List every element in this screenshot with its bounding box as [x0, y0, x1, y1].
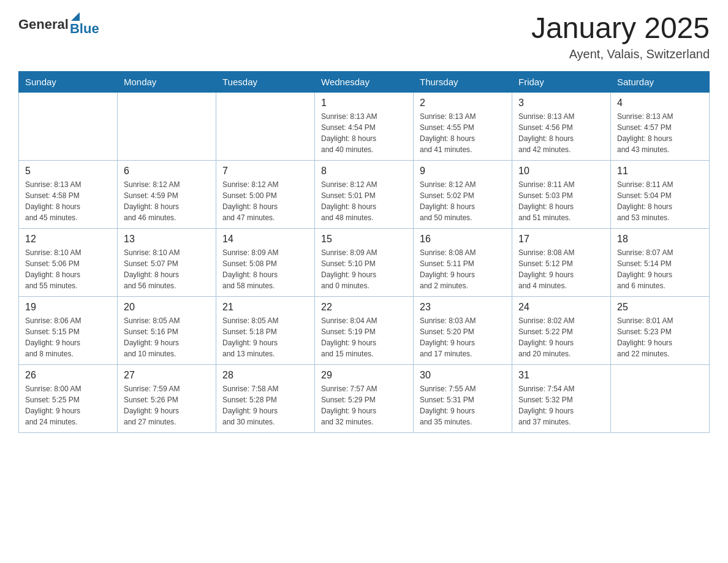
calendar-cell: 24Sunrise: 8:02 AMSunset: 5:22 PMDayligh…: [512, 296, 611, 364]
day-info: Sunrise: 8:01 AMSunset: 5:23 PMDaylight:…: [617, 315, 703, 359]
day-number: 23: [420, 302, 506, 313]
calendar-cell: 18Sunrise: 8:07 AMSunset: 5:14 PMDayligh…: [611, 228, 710, 296]
day-number: 2: [420, 98, 506, 109]
calendar-cell: 30Sunrise: 7:55 AMSunset: 5:31 PMDayligh…: [414, 364, 512, 432]
day-number: 12: [25, 234, 111, 245]
day-number: 30: [420, 370, 506, 381]
calendar-cell: [19, 92, 118, 160]
location: Ayent, Valais, Switzerland: [531, 47, 710, 61]
calendar-cell: 2Sunrise: 8:13 AMSunset: 4:55 PMDaylight…: [414, 92, 512, 160]
day-number: 10: [518, 166, 604, 177]
day-info: Sunrise: 8:04 AMSunset: 5:19 PMDaylight:…: [321, 315, 407, 359]
calendar-cell: 16Sunrise: 8:08 AMSunset: 5:11 PMDayligh…: [414, 228, 512, 296]
header-tuesday: Tuesday: [216, 71, 315, 92]
calendar-cell: 19Sunrise: 8:06 AMSunset: 5:15 PMDayligh…: [19, 296, 118, 364]
week-row: 5Sunrise: 8:13 AMSunset: 4:58 PMDaylight…: [19, 160, 710, 228]
day-number: 16: [420, 234, 506, 245]
calendar-cell: 28Sunrise: 7:58 AMSunset: 5:28 PMDayligh…: [216, 364, 315, 432]
day-number: 29: [321, 370, 407, 381]
day-info: Sunrise: 7:54 AMSunset: 5:32 PMDaylight:…: [518, 383, 604, 427]
day-number: 1: [321, 98, 407, 109]
calendar-cell: 11Sunrise: 8:11 AMSunset: 5:04 PMDayligh…: [611, 160, 710, 228]
day-number: 18: [617, 234, 703, 245]
logo-blue: Blue: [70, 21, 99, 37]
calendar-cell: 14Sunrise: 8:09 AMSunset: 5:08 PMDayligh…: [216, 228, 315, 296]
day-number: 17: [518, 234, 604, 245]
calendar-cell: 4Sunrise: 8:13 AMSunset: 4:57 PMDaylight…: [611, 92, 710, 160]
day-info: Sunrise: 8:12 AMSunset: 5:02 PMDaylight:…: [420, 179, 506, 223]
day-info: Sunrise: 8:10 AMSunset: 5:07 PMDaylight:…: [124, 247, 210, 291]
day-info: Sunrise: 8:11 AMSunset: 5:04 PMDaylight:…: [617, 179, 703, 223]
calendar-cell: 10Sunrise: 8:11 AMSunset: 5:03 PMDayligh…: [512, 160, 611, 228]
calendar-cell: 13Sunrise: 8:10 AMSunset: 5:07 PMDayligh…: [118, 228, 216, 296]
calendar-body: 1Sunrise: 8:13 AMSunset: 4:54 PMDaylight…: [19, 92, 710, 432]
calendar-cell: 23Sunrise: 8:03 AMSunset: 5:20 PMDayligh…: [414, 296, 512, 364]
calendar-cell: 27Sunrise: 7:59 AMSunset: 5:26 PMDayligh…: [118, 364, 216, 432]
day-number: 13: [124, 234, 210, 245]
day-info: Sunrise: 7:58 AMSunset: 5:28 PMDaylight:…: [222, 383, 308, 427]
header-thursday: Thursday: [414, 71, 512, 92]
day-info: Sunrise: 8:12 AMSunset: 4:59 PMDaylight:…: [124, 179, 210, 223]
day-info: Sunrise: 8:13 AMSunset: 4:56 PMDaylight:…: [518, 111, 604, 155]
day-number: 22: [321, 302, 407, 313]
day-info: Sunrise: 7:59 AMSunset: 5:26 PMDaylight:…: [124, 383, 210, 427]
header-monday: Monday: [118, 71, 216, 92]
week-row: 26Sunrise: 8:00 AMSunset: 5:25 PMDayligh…: [19, 364, 710, 432]
day-number: 7: [222, 166, 308, 177]
day-info: Sunrise: 8:09 AMSunset: 5:10 PMDaylight:…: [321, 247, 407, 291]
calendar-cell: [216, 92, 315, 160]
calendar-header: SundayMondayTuesdayWednesdayThursdayFrid…: [19, 71, 710, 92]
calendar-cell: 9Sunrise: 8:12 AMSunset: 5:02 PMDaylight…: [414, 160, 512, 228]
calendar-cell: 22Sunrise: 8:04 AMSunset: 5:19 PMDayligh…: [315, 296, 414, 364]
calendar-cell: 7Sunrise: 8:12 AMSunset: 5:00 PMDaylight…: [216, 160, 315, 228]
header-sunday: Sunday: [19, 71, 118, 92]
header-wednesday: Wednesday: [315, 71, 414, 92]
day-info: Sunrise: 8:02 AMSunset: 5:22 PMDaylight:…: [518, 315, 604, 359]
calendar-cell: 25Sunrise: 8:01 AMSunset: 5:23 PMDayligh…: [611, 296, 710, 364]
day-info: Sunrise: 8:13 AMSunset: 4:55 PMDaylight:…: [420, 111, 506, 155]
calendar-cell: 21Sunrise: 8:05 AMSunset: 5:18 PMDayligh…: [216, 296, 315, 364]
day-number: 15: [321, 234, 407, 245]
day-info: Sunrise: 8:13 AMSunset: 4:57 PMDaylight:…: [617, 111, 703, 155]
calendar-cell: 1Sunrise: 8:13 AMSunset: 4:54 PMDaylight…: [315, 92, 414, 160]
calendar-cell: 31Sunrise: 7:54 AMSunset: 5:32 PMDayligh…: [512, 364, 611, 432]
day-info: Sunrise: 8:06 AMSunset: 5:15 PMDaylight:…: [25, 315, 111, 359]
page-header: General Blue January 2025 Ayent, Valais,…: [18, 12, 710, 61]
calendar-cell: [118, 92, 216, 160]
calendar-cell: 12Sunrise: 8:10 AMSunset: 5:06 PMDayligh…: [19, 228, 118, 296]
day-info: Sunrise: 7:57 AMSunset: 5:29 PMDaylight:…: [321, 383, 407, 427]
day-info: Sunrise: 8:08 AMSunset: 5:11 PMDaylight:…: [420, 247, 506, 291]
day-info: Sunrise: 8:03 AMSunset: 5:20 PMDaylight:…: [420, 315, 506, 359]
day-info: Sunrise: 8:00 AMSunset: 5:25 PMDaylight:…: [25, 383, 111, 427]
week-row: 12Sunrise: 8:10 AMSunset: 5:06 PMDayligh…: [19, 228, 710, 296]
calendar-cell: 17Sunrise: 8:08 AMSunset: 5:12 PMDayligh…: [512, 228, 611, 296]
title-block: January 2025 Ayent, Valais, Switzerland: [531, 12, 710, 61]
day-number: 19: [25, 302, 111, 313]
day-info: Sunrise: 8:11 AMSunset: 5:03 PMDaylight:…: [518, 179, 604, 223]
calendar-cell: 3Sunrise: 8:13 AMSunset: 4:56 PMDaylight…: [512, 92, 611, 160]
logo: General Blue: [18, 12, 99, 37]
calendar-cell: 15Sunrise: 8:09 AMSunset: 5:10 PMDayligh…: [315, 228, 414, 296]
calendar-cell: [611, 364, 710, 432]
day-info: Sunrise: 8:12 AMSunset: 5:01 PMDaylight:…: [321, 179, 407, 223]
header-friday: Friday: [512, 71, 611, 92]
calendar-cell: 8Sunrise: 8:12 AMSunset: 5:01 PMDaylight…: [315, 160, 414, 228]
day-number: 3: [518, 98, 604, 109]
day-info: Sunrise: 8:10 AMSunset: 5:06 PMDaylight:…: [25, 247, 111, 291]
day-number: 28: [222, 370, 308, 381]
day-number: 5: [25, 166, 111, 177]
day-number: 20: [124, 302, 210, 313]
day-info: Sunrise: 8:08 AMSunset: 5:12 PMDaylight:…: [518, 247, 604, 291]
calendar-cell: 29Sunrise: 7:57 AMSunset: 5:29 PMDayligh…: [315, 364, 414, 432]
logo-general: General: [18, 17, 69, 33]
day-number: 21: [222, 302, 308, 313]
day-info: Sunrise: 8:07 AMSunset: 5:14 PMDaylight:…: [617, 247, 703, 291]
day-info: Sunrise: 8:13 AMSunset: 4:58 PMDaylight:…: [25, 179, 111, 223]
week-row: 19Sunrise: 8:06 AMSunset: 5:15 PMDayligh…: [19, 296, 710, 364]
day-info: Sunrise: 8:05 AMSunset: 5:18 PMDaylight:…: [222, 315, 308, 359]
day-info: Sunrise: 8:05 AMSunset: 5:16 PMDaylight:…: [124, 315, 210, 359]
calendar-cell: 5Sunrise: 8:13 AMSunset: 4:58 PMDaylight…: [19, 160, 118, 228]
calendar-cell: 6Sunrise: 8:12 AMSunset: 4:59 PMDaylight…: [118, 160, 216, 228]
day-number: 24: [518, 302, 604, 313]
day-number: 27: [124, 370, 210, 381]
